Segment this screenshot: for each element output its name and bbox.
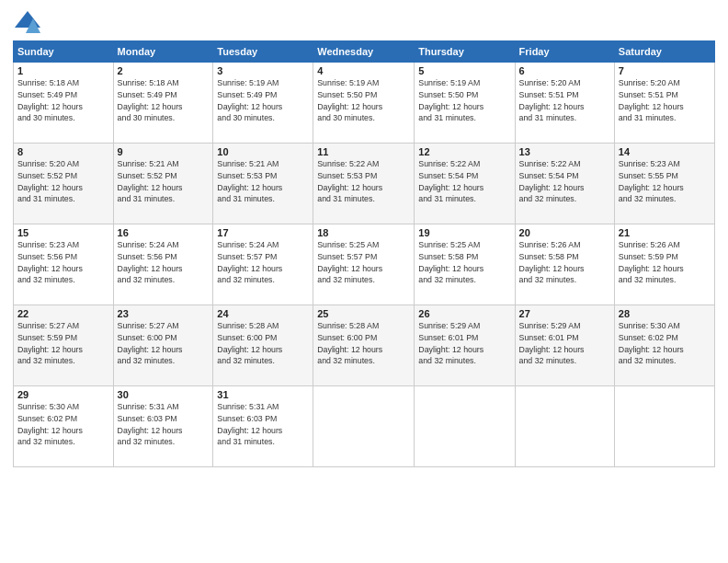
calendar-cell: 12Sunrise: 5:22 AM Sunset: 5:54 PM Dayli… <box>415 144 515 224</box>
day-number: 10 <box>217 146 309 157</box>
calendar-week-row: 15Sunrise: 5:23 AM Sunset: 5:56 PM Dayli… <box>14 224 715 305</box>
calendar-week-row: 29Sunrise: 5:30 AM Sunset: 6:02 PM Dayli… <box>14 386 715 467</box>
calendar-header-row: SundayMondayTuesdayWednesdayThursdayFrid… <box>14 41 715 63</box>
day-info: Sunrise: 5:21 AM Sunset: 5:52 PM Dayligh… <box>118 158 210 205</box>
day-number: 24 <box>217 308 309 319</box>
day-number: 8 <box>17 146 109 157</box>
calendar-cell: 24Sunrise: 5:28 AM Sunset: 6:00 PM Dayli… <box>213 305 313 386</box>
day-number: 1 <box>17 65 109 76</box>
day-number: 9 <box>118 146 210 157</box>
day-number: 19 <box>418 227 510 238</box>
day-info: Sunrise: 5:27 AM Sunset: 5:59 PM Dayligh… <box>17 320 109 367</box>
weekday-header-tuesday: Tuesday <box>213 41 313 63</box>
day-number: 5 <box>418 65 510 76</box>
day-info: Sunrise: 5:26 AM Sunset: 5:59 PM Dayligh… <box>619 239 711 286</box>
calendar-cell: 25Sunrise: 5:28 AM Sunset: 6:00 PM Dayli… <box>313 305 415 386</box>
day-info: Sunrise: 5:29 AM Sunset: 6:01 PM Dayligh… <box>519 320 610 367</box>
calendar-cell: 22Sunrise: 5:27 AM Sunset: 5:59 PM Dayli… <box>14 305 114 386</box>
day-number: 30 <box>118 389 210 400</box>
weekday-header-saturday: Saturday <box>614 41 714 63</box>
weekday-header-friday: Friday <box>515 41 614 63</box>
calendar-cell <box>515 386 614 467</box>
weekday-header-sunday: Sunday <box>14 41 114 63</box>
calendar-cell: 11Sunrise: 5:22 AM Sunset: 5:53 PM Dayli… <box>313 144 415 224</box>
day-info: Sunrise: 5:20 AM Sunset: 5:51 PM Dayligh… <box>619 77 711 124</box>
day-number: 15 <box>17 227 109 238</box>
day-number: 3 <box>217 65 309 76</box>
calendar-cell: 20Sunrise: 5:26 AM Sunset: 5:58 PM Dayli… <box>515 224 614 305</box>
day-info: Sunrise: 5:31 AM Sunset: 6:03 PM Dayligh… <box>217 401 309 448</box>
day-info: Sunrise: 5:20 AM Sunset: 5:52 PM Dayligh… <box>17 158 109 205</box>
day-number: 29 <box>17 389 109 400</box>
day-info: Sunrise: 5:27 AM Sunset: 6:00 PM Dayligh… <box>118 320 210 367</box>
day-info: Sunrise: 5:24 AM Sunset: 5:57 PM Dayligh… <box>217 239 309 286</box>
calendar-cell: 8Sunrise: 5:20 AM Sunset: 5:52 PM Daylig… <box>14 144 114 224</box>
day-info: Sunrise: 5:28 AM Sunset: 6:00 PM Dayligh… <box>317 320 410 367</box>
day-info: Sunrise: 5:22 AM Sunset: 5:53 PM Dayligh… <box>317 158 410 205</box>
svg-marker-0 <box>15 11 40 28</box>
calendar-cell: 28Sunrise: 5:30 AM Sunset: 6:02 PM Dayli… <box>614 305 714 386</box>
day-number: 18 <box>317 227 410 238</box>
logo-icon <box>13 9 42 35</box>
day-info: Sunrise: 5:21 AM Sunset: 5:53 PM Dayligh… <box>217 158 309 205</box>
logo <box>13 9 46 35</box>
calendar-cell: 13Sunrise: 5:22 AM Sunset: 5:54 PM Dayli… <box>515 144 614 224</box>
calendar-cell: 5Sunrise: 5:19 AM Sunset: 5:50 PM Daylig… <box>415 63 515 144</box>
calendar-cell: 3Sunrise: 5:19 AM Sunset: 5:49 PM Daylig… <box>213 63 313 144</box>
calendar-week-row: 22Sunrise: 5:27 AM Sunset: 5:59 PM Dayli… <box>14 305 715 386</box>
day-info: Sunrise: 5:20 AM Sunset: 5:51 PM Dayligh… <box>519 77 610 124</box>
calendar-table: SundayMondayTuesdayWednesdayThursdayFrid… <box>13 40 715 467</box>
weekday-header-monday: Monday <box>113 41 213 63</box>
calendar-cell <box>313 386 415 467</box>
day-info: Sunrise: 5:22 AM Sunset: 5:54 PM Dayligh… <box>519 158 610 205</box>
day-number: 13 <box>519 146 610 157</box>
calendar-cell: 26Sunrise: 5:29 AM Sunset: 6:01 PM Dayli… <box>415 305 515 386</box>
day-number: 12 <box>418 146 510 157</box>
day-number: 23 <box>118 308 210 319</box>
day-info: Sunrise: 5:31 AM Sunset: 6:03 PM Dayligh… <box>118 401 210 448</box>
calendar-cell: 21Sunrise: 5:26 AM Sunset: 5:59 PM Dayli… <box>614 224 714 305</box>
day-number: 2 <box>118 65 210 76</box>
day-number: 22 <box>17 308 109 319</box>
day-number: 21 <box>619 227 711 238</box>
day-info: Sunrise: 5:25 AM Sunset: 5:57 PM Dayligh… <box>317 239 410 286</box>
calendar-cell: 19Sunrise: 5:25 AM Sunset: 5:58 PM Dayli… <box>415 224 515 305</box>
day-number: 17 <box>217 227 309 238</box>
day-number: 31 <box>217 389 309 400</box>
calendar-week-row: 8Sunrise: 5:20 AM Sunset: 5:52 PM Daylig… <box>14 144 715 224</box>
day-info: Sunrise: 5:19 AM Sunset: 5:50 PM Dayligh… <box>418 77 510 124</box>
day-number: 4 <box>317 65 410 76</box>
day-info: Sunrise: 5:19 AM Sunset: 5:50 PM Dayligh… <box>317 77 410 124</box>
calendar-cell: 1Sunrise: 5:18 AM Sunset: 5:49 PM Daylig… <box>14 63 114 144</box>
page: SundayMondayTuesdayWednesdayThursdayFrid… <box>0 0 728 563</box>
calendar-cell: 15Sunrise: 5:23 AM Sunset: 5:56 PM Dayli… <box>14 224 114 305</box>
calendar-cell: 30Sunrise: 5:31 AM Sunset: 6:03 PM Dayli… <box>113 386 213 467</box>
calendar-cell: 17Sunrise: 5:24 AM Sunset: 5:57 PM Dayli… <box>213 224 313 305</box>
day-info: Sunrise: 5:19 AM Sunset: 5:49 PM Dayligh… <box>217 77 309 124</box>
day-info: Sunrise: 5:18 AM Sunset: 5:49 PM Dayligh… <box>118 77 210 124</box>
calendar-cell: 10Sunrise: 5:21 AM Sunset: 5:53 PM Dayli… <box>213 144 313 224</box>
calendar-cell: 29Sunrise: 5:30 AM Sunset: 6:02 PM Dayli… <box>14 386 114 467</box>
calendar-cell: 16Sunrise: 5:24 AM Sunset: 5:56 PM Dayli… <box>113 224 213 305</box>
day-number: 6 <box>519 65 610 76</box>
day-number: 25 <box>317 308 410 319</box>
day-info: Sunrise: 5:23 AM Sunset: 5:55 PM Dayligh… <box>619 158 711 205</box>
calendar-cell: 18Sunrise: 5:25 AM Sunset: 5:57 PM Dayli… <box>313 224 415 305</box>
calendar-cell: 2Sunrise: 5:18 AM Sunset: 5:49 PM Daylig… <box>113 63 213 144</box>
day-number: 27 <box>519 308 610 319</box>
calendar-cell <box>415 386 515 467</box>
weekday-header-thursday: Thursday <box>415 41 515 63</box>
calendar-cell <box>614 386 714 467</box>
weekday-header-wednesday: Wednesday <box>313 41 415 63</box>
day-number: 20 <box>519 227 610 238</box>
day-info: Sunrise: 5:23 AM Sunset: 5:56 PM Dayligh… <box>17 239 109 286</box>
day-info: Sunrise: 5:28 AM Sunset: 6:00 PM Dayligh… <box>217 320 309 367</box>
day-info: Sunrise: 5:18 AM Sunset: 5:49 PM Dayligh… <box>17 77 109 124</box>
calendar-cell: 4Sunrise: 5:19 AM Sunset: 5:50 PM Daylig… <box>313 63 415 144</box>
calendar-cell: 7Sunrise: 5:20 AM Sunset: 5:51 PM Daylig… <box>614 63 714 144</box>
calendar-cell: 14Sunrise: 5:23 AM Sunset: 5:55 PM Dayli… <box>614 144 714 224</box>
day-number: 11 <box>317 146 410 157</box>
calendar-week-row: 1Sunrise: 5:18 AM Sunset: 5:49 PM Daylig… <box>14 63 715 144</box>
day-number: 28 <box>619 308 711 319</box>
day-number: 26 <box>418 308 510 319</box>
